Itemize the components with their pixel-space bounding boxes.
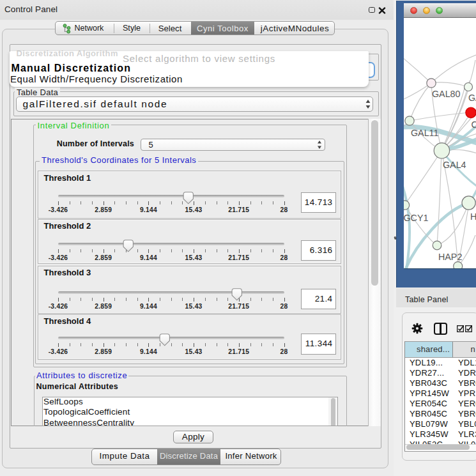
- svg-text:GCY1: GCY1: [404, 213, 428, 223]
- svg-text:H: H: [470, 211, 476, 222]
- svg-text:HAP2: HAP2: [438, 252, 462, 262]
- svg-text:GAL4: GAL4: [443, 160, 466, 170]
- svg-text:GAL11: GAL11: [411, 128, 438, 138]
- svg-text:GAL80: GAL80: [432, 89, 461, 99]
- svg-text:GA: GA: [468, 93, 476, 103]
- svg-text:C: C: [472, 119, 476, 130]
